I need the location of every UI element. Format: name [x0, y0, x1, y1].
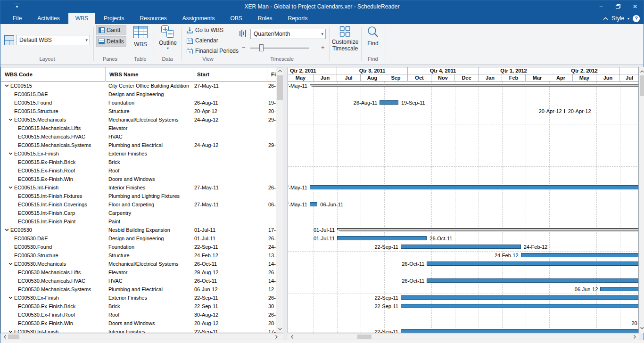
gantt-task-bar[interactable] — [337, 236, 427, 240]
table-row[interactable]: EC00530.Int-FinishInterior Finishes22-Se… — [1, 327, 276, 333]
gantt-task-bar[interactable] — [401, 329, 639, 333]
table-row[interactable]: EC00530.Ex-Finish.BrickBrick22-Sep-1130- — [1, 302, 276, 310]
table-row[interactable]: EC00530.Ex-FinishExterior Finishes22-Sep… — [1, 294, 276, 302]
wbs-table-button[interactable]: WBS — [129, 26, 152, 48]
tab-file[interactable]: File — [6, 13, 29, 24]
timescale-month-row[interactable]: MayJunJulAugSepOctNovDecJanFebMarAprMayJ… — [288, 74, 639, 82]
tab-reports[interactable]: Reports — [281, 13, 314, 24]
restore-button[interactable] — [610, 0, 627, 13]
financial-periods-button[interactable]: $ Financial Periods — [187, 48, 239, 54]
collapse-chevron-icon[interactable] — [5, 84, 9, 87]
gantt-milestone-mark[interactable] — [564, 109, 565, 113]
collapse-ribbon-icon[interactable] — [603, 17, 608, 20]
collapse-chevron-icon[interactable] — [5, 229, 9, 231]
table-row[interactable]: EC00515.Mechanicals.SystemsPlumbing and … — [1, 141, 276, 149]
table-row[interactable]: EC00530.MechanicalsMechanical/Electrical… — [1, 260, 276, 268]
gantt-task-bar[interactable] — [521, 253, 639, 257]
table-row[interactable]: EC00515.Int-Finish.CoveringsFloor and Ca… — [1, 200, 276, 209]
table-row[interactable]: EC00530.FoundFoundation22-Sep-1124- — [1, 243, 276, 251]
gantt-task-bar[interactable] — [427, 278, 639, 283]
collapse-chevron-icon[interactable] — [8, 152, 13, 155]
gantt-task-bar[interactable] — [310, 185, 639, 189]
table-row[interactable]: EC00515.Int-Finish.CarpCarpentry — [1, 209, 276, 217]
timescale-combo[interactable]: Quarter/Month▾ — [250, 29, 326, 39]
gantt-task-bar[interactable] — [401, 304, 639, 308]
tab-assignments[interactable]: Assignments — [175, 13, 222, 24]
gantt-task-bar[interactable] — [401, 295, 639, 300]
chart-scroll-left-arrow[interactable] — [289, 334, 295, 340]
zoom-in-plus[interactable]: + — [321, 44, 325, 51]
table-scroll-right-arrow[interactable] — [273, 334, 280, 340]
collapse-chevron-icon[interactable] — [8, 186, 13, 189]
gantt-task-bar[interactable] — [310, 202, 317, 206]
chart-vertical-scroll-thumb[interactable] — [640, 75, 644, 96]
table-row[interactable]: EC00530.Ex-Finish.RoofRoof30-Aug-1226- — [1, 310, 276, 319]
table-horizontal-scroll-thumb[interactable] — [8, 335, 19, 339]
collapse-chevron-icon[interactable] — [8, 118, 13, 121]
style-menu[interactable]: Style — [611, 15, 624, 22]
table-row[interactable]: EC00530.Mechanicals.SystemsPlumbing and … — [1, 285, 276, 294]
table-scroll-left-arrow[interactable] — [1, 334, 8, 340]
table-scroll-up-arrow[interactable] — [276, 67, 284, 74]
table-row[interactable]: EC00515City Center Office Building Addit… — [1, 82, 276, 90]
table-scroll-down-arrow[interactable] — [276, 326, 284, 333]
table-vertical-scrollbar[interactable] — [276, 67, 283, 333]
gantt-pane-button[interactable]: Gantt — [96, 25, 126, 35]
column-header-fin[interactable]: Fin — [267, 67, 276, 82]
table-row[interactable]: EC00515.Ex-FinishExterior Finishes — [1, 149, 276, 158]
collapse-chevron-icon[interactable] — [8, 330, 13, 333]
go-to-wbs-button[interactable]: Go to WBS — [187, 27, 223, 33]
column-header-wbs-code[interactable]: WBS Code — [1, 67, 106, 82]
chart-horizontal-scrollbar[interactable] — [288, 333, 639, 340]
collapse-chevron-icon[interactable] — [8, 296, 13, 299]
outline-button[interactable]: Outline ▾ — [155, 25, 181, 50]
tab-projects[interactable]: Projects — [97, 13, 131, 24]
details-pane-button[interactable]: Details — [96, 36, 126, 47]
column-header-start[interactable]: Start — [193, 67, 267, 82]
tab-activities[interactable]: Activities — [30, 13, 66, 24]
table-row[interactable]: EC00515.FoundFoundation26-Aug-1119- — [1, 98, 276, 107]
table-row[interactable]: EC00530.Mechanicals.LiftsElevator29-Aug-… — [1, 268, 276, 277]
table-row[interactable]: EC00530.StructureStructure24-Feb-1213- — [1, 251, 276, 260]
table-row[interactable]: EC00515.Mechanicals.HVACHVAC — [1, 132, 276, 141]
gantt-task-bar[interactable] — [380, 100, 398, 105]
calendar-button[interactable]: Calendar — [187, 37, 218, 44]
gantt-summary-bar[interactable] — [310, 84, 639, 87]
tab-wbs[interactable]: WBS — [68, 13, 95, 24]
table-row[interactable]: EC00515.Int-Finish.PaintPaint — [1, 217, 276, 226]
table-row[interactable]: EC00515.Ex-Finish.WinDoors and Windows — [1, 175, 276, 183]
chart-scroll-up-arrow[interactable] — [639, 68, 644, 74]
timescale-quarter-row[interactable]: Qtr 2, 2011Qtr 3, 2011Qtr 4, 2011Qtr 1, … — [288, 67, 639, 74]
table-row[interactable]: EC00530.Mechanicals.HVACHVAC26-Oct-1114- — [1, 277, 276, 285]
gantt-task-bar[interactable] — [600, 287, 639, 291]
tab-obs[interactable]: OBS — [223, 13, 249, 24]
chart-vertical-scrollbar[interactable] — [639, 67, 644, 333]
find-button[interactable]: Find — [363, 26, 383, 47]
chart-horizontal-scroll-thumb[interactable] — [357, 335, 372, 339]
layout-combo[interactable]: Default WBS▾ — [16, 35, 90, 45]
table-vertical-scroll-thumb[interactable] — [277, 75, 283, 100]
table-row[interactable]: EC00515.Ex-Finish.RoofRoof — [1, 166, 276, 175]
style-caret-icon[interactable]: ▾ — [627, 16, 629, 21]
table-row[interactable]: EC00515.Int-FinishInterior Finishes27-Ma… — [1, 183, 276, 192]
table-row[interactable]: EC00530Nesbid Building Expansion01-Jul-1… — [1, 226, 276, 234]
chart-scroll-down-arrow[interactable] — [639, 325, 644, 331]
collapse-chevron-icon[interactable] — [8, 262, 13, 265]
help-icon[interactable]: ? — [633, 15, 640, 22]
close-button[interactable]: ✕ — [627, 0, 644, 13]
customize-timescale-button[interactable]: Customize Timescale — [330, 26, 360, 52]
tab-roles[interactable]: Roles — [251, 13, 280, 24]
gantt-task-bar[interactable] — [427, 261, 639, 266]
table-row[interactable]: EC00515.Ex-Finish.BrickBrick — [1, 158, 276, 166]
table-horizontal-scrollbar[interactable] — [0, 333, 283, 340]
column-header-wbs-name[interactable]: WBS Name — [106, 67, 193, 82]
tab-resources[interactable]: Resources — [132, 13, 173, 24]
minimize-button[interactable]: – — [593, 0, 610, 13]
timescale-slider-thumb[interactable] — [259, 44, 264, 51]
table-row[interactable]: EC00515.Mechanicals.LiftsElevator — [1, 124, 276, 132]
table-row[interactable]: EC00530.Ex-Finish.WinDoors and Windows20… — [1, 319, 276, 327]
gantt-summary-bar[interactable] — [337, 228, 639, 231]
table-row[interactable]: EC00515.StructureStructure20-Apr-1220- — [1, 107, 276, 115]
zoom-out-minus[interactable]: − — [242, 44, 246, 51]
chart-scroll-right-arrow[interactable] — [631, 334, 638, 340]
